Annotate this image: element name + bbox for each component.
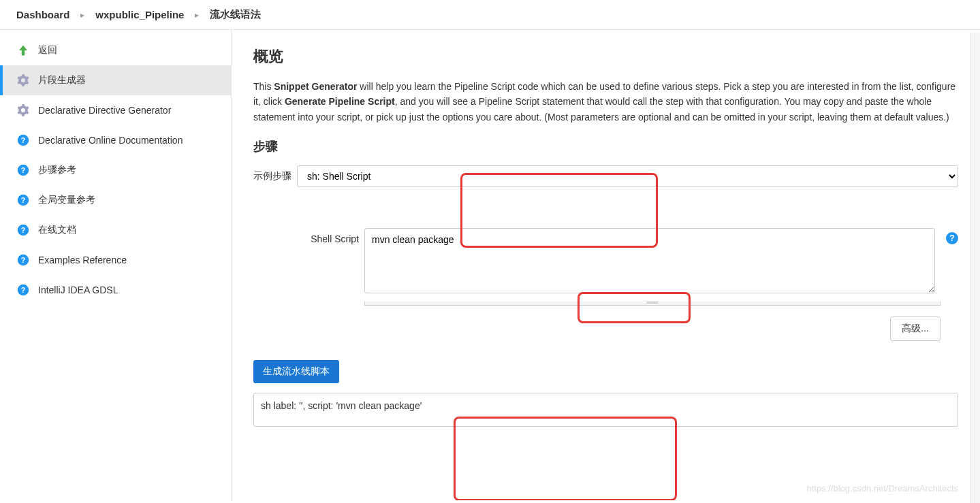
sidebar-item-label: 在线文档 bbox=[38, 224, 76, 236]
scrollbar[interactable] bbox=[970, 33, 980, 500]
sidebar-item-label: 片段生成器 bbox=[38, 74, 86, 86]
sidebar-item-snippet-generator[interactable]: 片段生成器 bbox=[0, 65, 231, 95]
sidebar-item-examples[interactable]: ? Examples Reference bbox=[0, 245, 231, 275]
output-script-text[interactable]: sh label: '', script: 'mvn clean package… bbox=[253, 393, 958, 427]
shell-script-row: Shell Script mvn clean package ? bbox=[253, 228, 958, 293]
description-text: This Snippet Generator will help you lea… bbox=[253, 79, 958, 125]
svg-text:?: ? bbox=[21, 256, 25, 264]
annotation-box-shell bbox=[578, 292, 691, 323]
gear-icon bbox=[16, 103, 30, 117]
annotation-box-generate bbox=[454, 417, 677, 500]
svg-text:?: ? bbox=[21, 286, 25, 294]
shell-script-input[interactable]: mvn clean package bbox=[364, 228, 935, 293]
page-title: 概览 bbox=[253, 46, 958, 67]
sidebar-item-label: Declarative Directive Generator bbox=[38, 105, 171, 116]
section-title-steps: 步骤 bbox=[253, 138, 958, 155]
question-icon: ? bbox=[16, 223, 30, 237]
question-icon: ? bbox=[16, 253, 30, 267]
generate-section: 生成流水线脚本 sh label: '', script: 'mvn clean… bbox=[253, 360, 958, 427]
breadcrumb-syntax[interactable]: 流水线语法 bbox=[210, 8, 261, 21]
breadcrumb-dashboard[interactable]: Dashboard bbox=[16, 9, 69, 20]
sidebar-item-label: 返回 bbox=[38, 44, 57, 56]
sidebar-item-global-vars[interactable]: ? 全局变量参考 bbox=[0, 185, 231, 215]
svg-text:?: ? bbox=[21, 226, 25, 234]
question-icon: ? bbox=[16, 283, 30, 297]
help-icon[interactable]: ? bbox=[946, 232, 958, 244]
sidebar-item-label: Examples Reference bbox=[38, 255, 127, 265]
sidebar-item-online-docs-cn[interactable]: ? 在线文档 bbox=[0, 215, 231, 245]
resize-handle[interactable]: ═══ bbox=[364, 302, 941, 306]
sidebar-item-label: 步骤参考 bbox=[38, 164, 76, 176]
chevron-right-icon: ▸ bbox=[195, 10, 199, 20]
generate-pipeline-script-button[interactable]: 生成流水线脚本 bbox=[253, 360, 339, 383]
sidebar-item-intellij-gdsl[interactable]: ? IntelliJ IDEA GDSL bbox=[0, 275, 231, 305]
sidebar-item-label: Declarative Online Documentation bbox=[38, 135, 183, 146]
sidebar-item-step-reference[interactable]: ? 步骤参考 bbox=[0, 155, 231, 185]
sample-step-select[interactable]: sh: Shell Script bbox=[297, 165, 958, 187]
sidebar-item-label: IntelliJ IDEA GDSL bbox=[38, 285, 118, 295]
gear-icon bbox=[16, 74, 30, 87]
sidebar-item-label: 全局变量参考 bbox=[38, 194, 95, 206]
sidebar-item-directive-generator[interactable]: Declarative Directive Generator bbox=[0, 95, 231, 125]
breadcrumb: Dashboard ▸ wxpublic_Pipeline ▸ 流水线语法 bbox=[0, 0, 980, 30]
question-icon: ? bbox=[16, 163, 30, 177]
svg-text:?: ? bbox=[21, 196, 25, 204]
sample-step-label: 示例步骤 bbox=[253, 170, 291, 182]
question-icon: ? bbox=[16, 133, 30, 147]
main-content: 概览 This Snippet Generator will help you … bbox=[232, 30, 980, 500]
shell-script-label: Shell Script bbox=[253, 228, 359, 244]
advanced-button[interactable]: 高级... bbox=[890, 317, 941, 341]
sample-step-row: 示例步骤 sh: Shell Script bbox=[253, 165, 958, 187]
sidebar: 返回 片段生成器 Declarative Directive Generator… bbox=[0, 30, 232, 500]
chevron-right-icon: ▸ bbox=[80, 10, 84, 20]
svg-text:?: ? bbox=[21, 166, 25, 174]
question-icon: ? bbox=[16, 193, 30, 207]
sidebar-item-online-docs[interactable]: ? Declarative Online Documentation bbox=[0, 125, 231, 155]
breadcrumb-pipeline[interactable]: wxpublic_Pipeline bbox=[95, 9, 184, 20]
svg-text:?: ? bbox=[21, 136, 25, 144]
sidebar-item-back[interactable]: 返回 bbox=[0, 35, 231, 65]
watermark-text: https://blog.csdn.net/DreamsArchitects bbox=[806, 483, 958, 493]
arrow-up-icon bbox=[16, 44, 30, 57]
